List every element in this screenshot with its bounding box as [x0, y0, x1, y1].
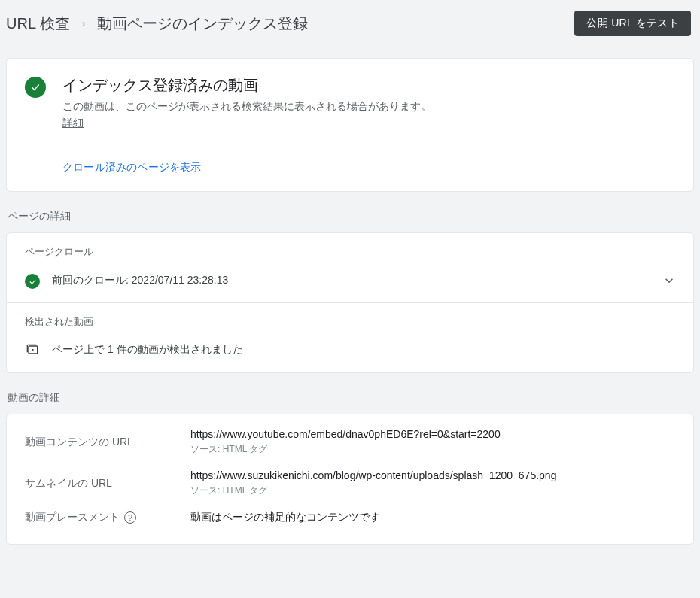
video-details-card: 動画コンテンツの URL https://www.youtube.com/emb…: [6, 414, 694, 545]
chevron-right-icon: [79, 15, 88, 32]
view-crawled-page-link[interactable]: クロール済みのページを表示: [62, 161, 202, 173]
test-live-url-button[interactable]: 公開 URL をテスト: [574, 11, 691, 36]
video-content-url-source: ソース: HTML タグ: [190, 443, 675, 456]
status-description: この動画は、このページが表示される検索結果に表示される場合があります。: [62, 100, 431, 114]
detected-video-count: ページ上で 1 件の動画が検出されました: [52, 343, 243, 357]
video-placement-value: 動画はページの補足的なコンテンツです: [190, 511, 675, 524]
page-details-label: ページの詳細: [8, 210, 694, 223]
check-circle-icon: [25, 77, 46, 98]
thumbnail-url-label: サムネイルの URL: [25, 469, 190, 497]
page-details-card: ページクロール 前回のクロール: 2022/07/11 23:28:13 検出さ…: [6, 232, 694, 373]
video-content-url-row: 動画コンテンツの URL https://www.youtube.com/emb…: [25, 428, 675, 456]
breadcrumb: URL 検査 動画ページのインデックス登録: [6, 14, 308, 34]
detected-video-label: 検出された動画: [7, 303, 693, 332]
thumbnail-url-value: https://www.suzukikenichi.com/blog/wp-co…: [190, 469, 675, 481]
video-content-url-value: https://www.youtube.com/embed/dnav0phED6…: [190, 428, 675, 440]
breadcrumb-root[interactable]: URL 検査: [6, 14, 70, 34]
thumbnail-url-source: ソース: HTML タグ: [190, 484, 675, 497]
detected-video-row: ページ上で 1 件の動画が検出されました: [7, 332, 693, 372]
video-frames-icon: [25, 342, 40, 357]
video-content-url-label: 動画コンテンツの URL: [25, 428, 190, 456]
page-crawl-label: ページクロール: [7, 233, 693, 262]
check-circle-icon: [25, 274, 40, 289]
status-details-link[interactable]: 詳細: [62, 117, 84, 130]
status-title: インデックス登録済みの動画: [62, 75, 431, 96]
index-status-card: インデックス登録済みの動画 この動画は、このページが表示される検索結果に表示され…: [6, 58, 694, 192]
thumbnail-url-row: サムネイルの URL https://www.suzukikenichi.com…: [25, 469, 675, 497]
breadcrumb-current: 動画ページのインデックス登録: [97, 14, 308, 34]
video-details-label: 動画の詳細: [8, 391, 694, 405]
page-header: URL 検査 動画ページのインデックス登録 公開 URL をテスト: [0, 0, 700, 47]
help-icon[interactable]: ?: [124, 511, 136, 524]
video-placement-label: 動画プレースメント: [25, 511, 120, 524]
video-placement-row: 動画プレースメント ? 動画はページの補足的なコンテンツです: [25, 511, 675, 524]
chevron-down-icon: [662, 273, 677, 288]
last-crawl-row[interactable]: 前回のクロール: 2022/07/11 23:28:13: [7, 262, 693, 302]
last-crawl-text: 前回のクロール: 2022/07/11 23:28:13: [52, 274, 662, 287]
